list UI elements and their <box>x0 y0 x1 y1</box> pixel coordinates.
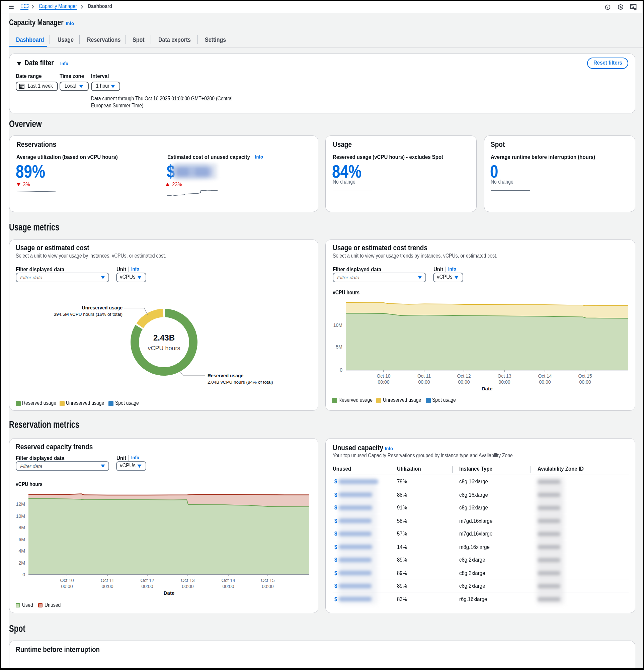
svg-text:Oct 10: Oct 10 <box>60 578 74 583</box>
svg-text:Oct 13: Oct 13 <box>181 578 195 583</box>
svg-text:Oct 11: Oct 11 <box>101 578 114 583</box>
svg-text:00:00: 00:00 <box>102 584 113 589</box>
svg-text:Oct 12: Oct 12 <box>140 578 154 583</box>
svg-text:00:00: 00:00 <box>222 584 234 589</box>
svg-text:12M: 12M <box>16 501 25 507</box>
svg-text:2M: 2M <box>19 560 25 566</box>
svg-text:8M: 8M <box>19 525 25 530</box>
svg-text:Oct 14: Oct 14 <box>221 578 235 583</box>
svg-text:10M: 10M <box>16 513 25 519</box>
svg-text:6M: 6M <box>19 537 25 542</box>
svg-text:00:00: 00:00 <box>141 584 153 589</box>
svg-text:4M: 4M <box>19 548 25 553</box>
svg-text:00:00: 00:00 <box>182 584 194 589</box>
svg-text:Oct 15: Oct 15 <box>261 578 275 583</box>
svg-text:Date: Date <box>164 590 175 596</box>
svg-text:0: 0 <box>23 572 25 577</box>
svg-text:00:00: 00:00 <box>61 584 73 589</box>
svg-text:00:00: 00:00 <box>262 584 274 589</box>
